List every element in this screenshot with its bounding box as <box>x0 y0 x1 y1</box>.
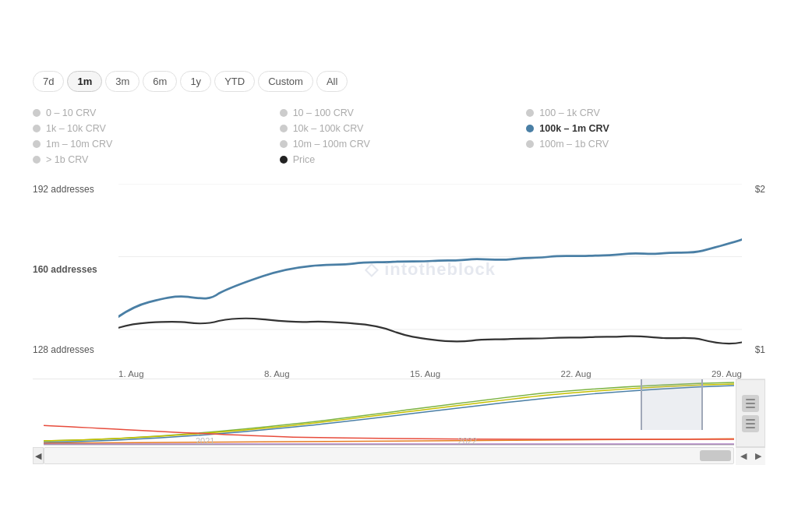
y-label-right-0: $2 <box>742 184 765 195</box>
legend-label-2: 100 – 1k CRV <box>539 107 600 118</box>
y-label-left-1: 160 addresses <box>33 264 118 275</box>
legend-dot-8 <box>526 140 534 148</box>
chart-legend: 0 – 10 CRV10 – 100 CRV100 – 1k CRV1k – 1… <box>33 107 765 165</box>
y-label-left-2: 128 addresses <box>33 344 118 355</box>
x-label-4: 29. Aug <box>711 369 742 379</box>
time-btn-3m[interactable]: 3m <box>105 71 139 92</box>
nav-year-2022: 2022 <box>458 436 477 446</box>
legend-dot-5 <box>526 125 534 132</box>
nav-arrow-controls: ◀ ▶ <box>736 447 765 464</box>
legend-item-6[interactable]: 1m – 10m CRV <box>33 139 272 150</box>
nav-arrow-right[interactable]: ▶ <box>750 448 765 465</box>
legend-label-0: 0 – 10 CRV <box>46 107 96 118</box>
time-range-controls: 7d1m3m6m1yYTDCustomAll <box>33 71 765 92</box>
y-axis-labels-left: 192 addresses160 addresses128 addresses <box>33 184 118 379</box>
legend-label-3: 1k – 10k CRV <box>46 123 106 134</box>
nav-grip-top[interactable] <box>742 395 759 412</box>
legend-item-9[interactable]: > 1b CRV <box>33 154 272 165</box>
time-btn-custom[interactable]: Custom <box>258 71 313 92</box>
legend-dot-4 <box>280 125 288 132</box>
nav-year-2021: 2021 <box>196 436 214 446</box>
time-btn-ytd[interactable]: YTD <box>214 71 255 92</box>
legend-item-1[interactable]: 10 – 100 CRV <box>280 107 519 118</box>
time-btn-1m[interactable]: 1m <box>67 71 102 92</box>
legend-item-5[interactable]: 100k – 1m CRV <box>526 123 765 134</box>
scrollbar-thumb[interactable] <box>700 450 731 461</box>
legend-item-8[interactable]: 100m – 1b CRV <box>526 139 765 150</box>
legend-dot-3 <box>33 125 41 132</box>
legend-dot-0 <box>33 109 41 117</box>
nav-selection[interactable] <box>641 379 703 430</box>
navigator-svg-wrapper: 2021 2022 <box>44 379 734 447</box>
legend-label-1: 10 – 100 CRV <box>293 107 354 118</box>
legend-label-6: 1m – 10m CRV <box>46 139 112 150</box>
legend-label-10: Price <box>293 154 315 165</box>
legend-item-10[interactable]: Price <box>280 154 519 165</box>
legend-item-0[interactable]: 0 – 10 CRV <box>33 107 272 118</box>
legend-label-9: > 1b CRV <box>46 154 88 165</box>
legend-label-4: 10k – 100k CRV <box>293 123 364 134</box>
chart-container: 7d1m3m6m1yYTDCustomAll 0 – 10 CRV10 – 10… <box>17 58 781 474</box>
y-axis-labels-right: $2$1 <box>742 184 765 379</box>
legend-label-5: 100k – 1m CRV <box>539 123 609 134</box>
legend-item-3[interactable]: 1k – 10k CRV <box>33 123 272 134</box>
legend-label-7: 10m – 100m CRV <box>293 139 370 150</box>
x-label-2: 15. Aug <box>410 369 440 379</box>
x-axis-labels: 1. Aug8. Aug15. Aug22. Aug29. Aug <box>118 357 742 379</box>
legend-dot-10 <box>280 156 288 164</box>
time-btn-7d[interactable]: 7d <box>33 71 64 92</box>
navigator-scrollbar <box>736 379 765 447</box>
navigator-area: ◀ 2021 2022 <box>33 379 765 464</box>
legend-item-7[interactable]: 10m – 100m CRV <box>280 139 519 150</box>
legend-dot-2 <box>526 109 534 117</box>
legend-dot-6 <box>33 140 41 148</box>
y-label-right-2: $1 <box>742 344 765 355</box>
x-label-1: 8. Aug <box>264 369 290 379</box>
navigator-left-arrow[interactable]: ◀ <box>33 447 44 464</box>
legend-dot-9 <box>33 156 41 164</box>
x-label-0: 1. Aug <box>118 369 144 379</box>
chart-svg-area: ◇ intotheblock <box>118 184 742 355</box>
time-btn-all[interactable]: All <box>316 71 348 92</box>
legend-item-2[interactable]: 100 – 1k CRV <box>526 107 765 118</box>
legend-dot-1 <box>280 109 288 117</box>
legend-dot-7 <box>280 140 288 148</box>
time-btn-6m[interactable]: 6m <box>143 71 177 92</box>
main-chart-area: 192 addresses160 addresses128 addresses … <box>33 184 765 379</box>
legend-label-8: 100m – 1b CRV <box>539 139 609 150</box>
horizontal-scrollbar[interactable] <box>44 447 734 464</box>
legend-item-4[interactable]: 10k – 100k CRV <box>280 123 519 134</box>
y-label-left-0: 192 addresses <box>33 184 118 195</box>
nav-grip-bottom[interactable] <box>742 415 759 432</box>
x-label-3: 22. Aug <box>561 369 591 379</box>
time-btn-1y[interactable]: 1y <box>180 71 211 92</box>
nav-arrow-left[interactable]: ◀ <box>736 448 750 465</box>
